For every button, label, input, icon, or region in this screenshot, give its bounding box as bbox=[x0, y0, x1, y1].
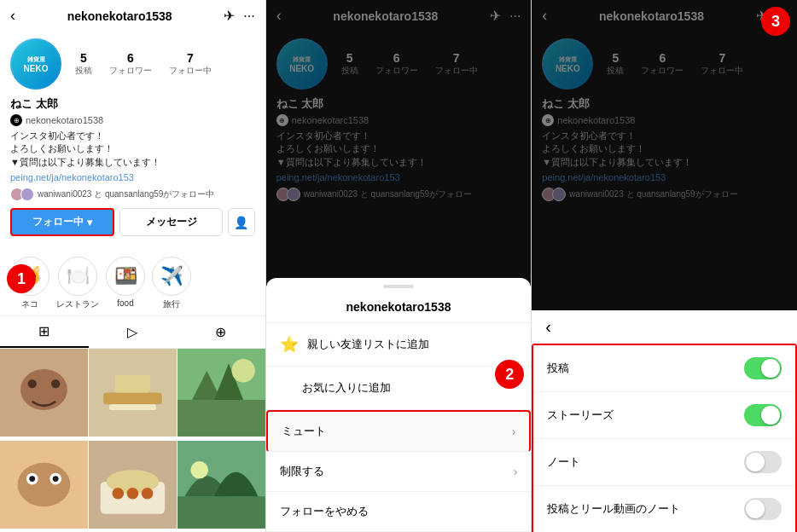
svg-rect-5 bbox=[103, 393, 162, 405]
panel-2: ‹ nekonekotaro1538 ✈ ··· 雑貨屋 NEKO 5 投稿 bbox=[266, 0, 532, 532]
panel1-stat-following[interactable]: 7 フォロー中 bbox=[169, 51, 212, 77]
svg-point-16 bbox=[53, 476, 59, 482]
panel1-username: nekonekotaro1538 bbox=[67, 9, 172, 23]
panel1-stat-posts: 5 投稿 bbox=[75, 51, 92, 77]
menu-item-unfollow[interactable]: フォローをやめる bbox=[266, 492, 532, 532]
panel1-send-icon[interactable]: ✈ bbox=[224, 8, 235, 24]
panel1-highlight-travel[interactable]: ✈️ 旅行 bbox=[152, 257, 191, 310]
reels-icon: ▷ bbox=[127, 324, 137, 340]
panel1-step-number: 1 bbox=[7, 264, 36, 293]
menu-item-restrict[interactable]: 制限する › bbox=[266, 452, 532, 492]
menu-item-mute[interactable]: ミュート › bbox=[266, 410, 532, 452]
panel1-mutual-text: waniwani0023 と quansanlang59がフォロー中 bbox=[38, 188, 214, 200]
mute-stories-label: ストーリーズ bbox=[547, 408, 614, 423]
menu-item-close-friends[interactable]: ⭐ 親しい友達リストに追加 bbox=[266, 323, 532, 367]
mute-stories-toggle[interactable] bbox=[744, 404, 782, 426]
svg-rect-7 bbox=[115, 375, 150, 393]
panel-1: ‹ nekonekotaro1538 ✈ ··· 雑貨屋 NEKO 5 bbox=[0, 0, 266, 532]
panel1-more-icon[interactable]: ··· bbox=[243, 9, 254, 24]
restrict-chevron-icon: › bbox=[514, 465, 518, 478]
photo-2[interactable] bbox=[89, 349, 177, 437]
panel1-follow-button[interactable]: フォロー中 ▾ bbox=[10, 208, 114, 236]
mute-posts-label: 投稿 bbox=[547, 361, 569, 376]
photo-3[interactable] bbox=[177, 349, 265, 437]
mute-title: ミュート bbox=[641, 319, 689, 334]
tagged-icon: ⊕ bbox=[215, 324, 226, 340]
panel1-stat-followers[interactable]: 6 フォロワー bbox=[109, 51, 152, 77]
panel1-avatar: 雑貨屋 NEKO bbox=[10, 38, 61, 90]
mute-chevron-icon: › bbox=[512, 425, 516, 438]
panel1-add-friend-button[interactable]: 👤 bbox=[228, 208, 255, 236]
mute-reel-notes-toggle[interactable] bbox=[744, 498, 782, 520]
svg-rect-24 bbox=[177, 496, 265, 529]
panel3-mute-panel: ‹ ミュート 投稿 ストーリーズ ノート bbox=[532, 310, 797, 532]
toggle-knob bbox=[761, 359, 780, 378]
unfollow-text: フォローをやめる bbox=[280, 504, 369, 519]
menu-item-favorite[interactable]: ☆ お気に入りに追加 bbox=[266, 367, 532, 410]
panel1-tab-grid[interactable]: ⊞ bbox=[0, 316, 89, 348]
panel1-action-buttons: フォロー中 ▾ メッセージ 👤 bbox=[10, 208, 255, 236]
panel1-name: ねこ 太郎 bbox=[10, 96, 255, 112]
svg-rect-9 bbox=[177, 400, 265, 437]
favorite-text: お気に入りに追加 bbox=[302, 380, 391, 396]
panel1-thread-icon: ⊕ bbox=[10, 114, 22, 126]
panel1-tab-tagged[interactable]: ⊕ bbox=[177, 316, 265, 348]
panel1-topnav: ‹ nekonekotaro1538 ✈ ··· bbox=[0, 0, 265, 32]
panel3-step-number: 3 bbox=[761, 7, 790, 36]
photo-5[interactable] bbox=[89, 441, 177, 529]
svg-point-1 bbox=[20, 369, 67, 410]
grid-icon: ⊞ bbox=[38, 323, 49, 339]
panel1-message-button[interactable]: メッセージ bbox=[119, 208, 222, 236]
svg-point-22 bbox=[142, 488, 154, 500]
svg-point-12 bbox=[18, 463, 71, 506]
mute-text: ミュート bbox=[282, 424, 326, 439]
panel2-sheet-title: nekonekotaro1538 bbox=[266, 295, 532, 323]
svg-point-3 bbox=[51, 379, 60, 388]
panel1-bio: インスタ初心者です！よろしくお願いします！▼質問は以下より募集しています！ bbox=[10, 130, 255, 169]
panel1-profile: 雑貨屋 NEKO 5 投稿 6 フォロワー 7 フォロー中 bbox=[0, 32, 265, 252]
sheet-handle bbox=[383, 285, 414, 288]
mute-notes-label: ノート bbox=[547, 454, 580, 470]
svg-point-25 bbox=[190, 461, 208, 479]
mute-reel-notes-label: 投稿とリール動画のノート bbox=[547, 501, 680, 517]
panel1-photo-grid bbox=[0, 349, 265, 532]
mute-options-box: 投稿 ストーリーズ ノート bbox=[532, 344, 797, 532]
svg-point-20 bbox=[112, 488, 124, 500]
close-friends-text: 親しい友達リストに追加 bbox=[307, 337, 429, 352]
photo-4[interactable] bbox=[0, 441, 88, 529]
mute-row-posts: 投稿 bbox=[533, 345, 795, 392]
mute-row-stories: ストーリーズ bbox=[533, 392, 795, 439]
favorite-icon: ☆ bbox=[280, 379, 294, 397]
mute-row-notes: ノート bbox=[533, 439, 795, 486]
close-friends-icon: ⭐ bbox=[280, 335, 299, 354]
mutual-avatar-2 bbox=[20, 188, 34, 201]
svg-point-10 bbox=[231, 359, 254, 382]
panel1-mutual: waniwani0023 と quansanlang59がフォロー中 bbox=[10, 188, 255, 201]
panel1-highlight-restaurant[interactable]: 🍽️ レストラン bbox=[56, 257, 99, 310]
panel2-bottom-sheet: nekonekotaro1538 ⭐ 親しい友達リストに追加 ☆ お気に入りに追… bbox=[266, 278, 532, 532]
panel1-highlight-food[interactable]: 🍱 food bbox=[106, 257, 145, 310]
mute-header: ‹ ミュート bbox=[532, 310, 797, 344]
mute-back-icon[interactable]: ‹ bbox=[545, 317, 551, 337]
panel1-handle: nekonekotaro1538 bbox=[26, 115, 103, 125]
panel1-add-person-icon: 👤 bbox=[234, 216, 248, 229]
panel1-tabs: ⊞ ▷ ⊕ bbox=[0, 315, 265, 349]
panel1-highlights: 🐱 ネコ 🍽️ レストラン 🍱 food ✈️ 旅行 bbox=[0, 252, 265, 315]
photo-6[interactable] bbox=[177, 441, 265, 529]
svg-point-2 bbox=[28, 379, 37, 388]
restrict-text: 制限する bbox=[280, 464, 324, 479]
mute-row-reel-notes: 投稿とリール動画のノート bbox=[533, 486, 795, 532]
panel1-handle-row: ⊕ nekonekotaro1538 bbox=[10, 114, 255, 126]
svg-point-15 bbox=[29, 476, 35, 482]
svg-point-21 bbox=[126, 488, 138, 500]
panel1-link[interactable]: peing.net/ja/nekonekotaro153 bbox=[10, 172, 255, 182]
mute-posts-toggle[interactable] bbox=[744, 357, 782, 379]
panel1-tab-reels[interactable]: ▷ bbox=[89, 316, 177, 348]
panel1-back-icon[interactable]: ‹ bbox=[10, 7, 15, 25]
panel-3: ‹ nekonekotaro1538 ✈ ··· 雑貨屋 NEKO 5 投稿 bbox=[532, 0, 797, 532]
svg-rect-6 bbox=[109, 404, 156, 410]
mute-notes-toggle[interactable] bbox=[744, 451, 782, 473]
photo-1[interactable] bbox=[0, 349, 88, 437]
